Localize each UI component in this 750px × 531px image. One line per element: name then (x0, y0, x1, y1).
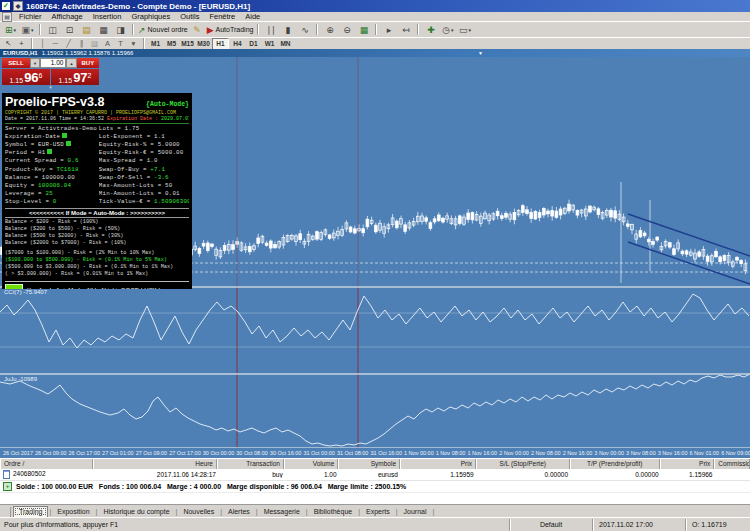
cursor-button[interactable]: ↖ (2, 39, 15, 49)
menu-affichage[interactable]: Affichage (47, 12, 88, 21)
text-button[interactable]: A (101, 39, 114, 49)
menu-fenêtre[interactable]: Fenêtre (204, 12, 240, 21)
column-header-4[interactable]: Symbole (338, 459, 400, 469)
timeframe-h1[interactable]: H1 (212, 38, 229, 50)
zoom-out-button[interactable]: ⊖ (338, 23, 355, 36)
timeframe-h4[interactable]: H4 (230, 39, 245, 49)
sell-button[interactable]: SELL (2, 58, 30, 68)
column-header-5[interactable]: Prix (400, 459, 476, 469)
menu-graphiques[interactable]: Graphiques (126, 12, 175, 21)
buy-price-small: 1.15 (59, 77, 73, 84)
tab-historique-du-compte[interactable]: Historique du compte (98, 507, 174, 517)
buy-price[interactable]: 1.15 97 2 (51, 69, 99, 85)
metaeditor-button[interactable]: ✎ (189, 23, 206, 36)
menu-fichier[interactable]: Fichier (14, 12, 47, 21)
tab-exposition[interactable]: Exposition (52, 507, 94, 517)
column-header-7[interactable]: T/P (Prendre/profit) (570, 459, 660, 469)
market-watch-button[interactable]: ◫ (44, 23, 61, 36)
column-header-2[interactable]: Transaction (217, 459, 284, 469)
templates-button[interactable]: ▭▾ (456, 23, 473, 36)
tab-trading[interactable]: Trading (13, 506, 48, 517)
volume-increase-button[interactable]: ▲ (66, 58, 76, 68)
buy-button[interactable]: BUY (77, 58, 99, 68)
timeframe-m30[interactable]: M30 (196, 39, 211, 49)
toolbar-separator (143, 38, 145, 49)
chart-shift-button[interactable]: ↤ (397, 23, 414, 36)
sell-price-big: 96 (24, 72, 38, 84)
periods-button[interactable]: ◷▾ (439, 23, 456, 36)
column-header-9[interactable]: Commission (714, 459, 750, 469)
mdi-child-icon[interactable]: ▤ (2, 12, 12, 22)
timeframe-m5[interactable]: M5 (164, 39, 179, 49)
column-header-1[interactable]: Heure (93, 459, 217, 469)
tab-experts[interactable]: Experts (361, 507, 395, 517)
ea-risk-line: Balance ($2000 to $7000) - Risk = (10%) (5, 240, 189, 247)
tab-messagerie[interactable]: Messagerie (259, 507, 305, 517)
new-chart-button[interactable]: ⊞▾ (2, 23, 19, 36)
strategy-tester-button[interactable]: ◨ (112, 23, 129, 36)
vertical-line-button[interactable]: │ (36, 39, 49, 49)
line-chart-button[interactable]: ∿ (296, 23, 313, 36)
timeframe-m15[interactable]: M15 (180, 39, 195, 49)
widget-collapse-handle[interactable]: ▾ (2, 85, 99, 90)
tab-alertes[interactable]: Alertes (223, 507, 255, 517)
zoom-in-button[interactable]: ⊕ (321, 23, 338, 36)
column-header-8[interactable]: Prix (660, 459, 714, 469)
buy-price-sup: 2 (88, 72, 92, 79)
timeframe-m1[interactable]: M1 (148, 39, 163, 49)
tile-windows-button[interactable]: ▦ (355, 23, 372, 36)
time-axis-label: 2 Nov 00:00 (499, 450, 529, 456)
open-order-row[interactable]: 2406805022017.11.06 14:28:17buy1.00eurus… (0, 469, 750, 480)
menu-insertion[interactable]: Insertion (88, 12, 127, 21)
auto-scroll-button[interactable]: ▸ (380, 23, 397, 36)
balance-plus-icon[interactable]: + (3, 482, 12, 491)
balance-summary: Solde : 100 000.00 EUR Fonds : 100 006.0… (16, 483, 406, 490)
sell-price-small: 1.15 (10, 77, 24, 84)
time-axis-label: 6 Nov 09:00 (721, 450, 750, 456)
data-window-button[interactable]: ⊡ (61, 23, 78, 36)
column-header-3[interactable]: Volume (284, 459, 338, 469)
candlestick-chart-button[interactable]: ▮ (279, 23, 296, 36)
menu-outils[interactable]: Outils (175, 12, 204, 21)
volume-decrease-button[interactable]: ▼ (30, 58, 40, 68)
volume-input[interactable]: 1.00 (40, 58, 66, 68)
equidistant-channel-icon: ∥ (80, 39, 84, 48)
timeframe-w1[interactable]: W1 (262, 39, 277, 49)
time-axis-label: 30 Oct 00:00 (203, 450, 235, 456)
chevron-down-icon: ▾ (468, 27, 471, 33)
time-axis-label: 30 Oct 08:00 (236, 450, 268, 456)
arrows-button[interactable]: ▾ (127, 39, 140, 49)
tab-biblioth-que[interactable]: Bibliothèque (309, 507, 358, 517)
timeframe-d1[interactable]: D1 (246, 39, 261, 49)
indicators-button[interactable]: ✚ (422, 23, 439, 36)
horizontal-line-button[interactable]: ─ (49, 39, 62, 49)
timeframe-mn[interactable]: MN (278, 39, 293, 49)
fibonacci-icon: ▨ (91, 39, 98, 48)
autotrading-button[interactable]: ▶AutoTrading (206, 23, 255, 36)
trendline-button[interactable]: ╱ (62, 39, 75, 49)
text-label-button[interactable]: T (114, 39, 127, 49)
time-axis-label: 3 Nov 08:00 (626, 450, 656, 456)
sell-price[interactable]: 1.15 96 6 (2, 69, 50, 85)
profiles-button[interactable]: ▣▾ (19, 23, 36, 36)
terminal-button[interactable]: ▦ (95, 23, 112, 36)
tab-journal[interactable]: Journal (399, 507, 432, 517)
chart-area[interactable]: CCI(7) -75.9407 JuJu -10989 26 Oct 20172… (0, 57, 750, 458)
menu-aide[interactable]: Aide (240, 12, 265, 21)
navigator-icon: ▤ (82, 25, 91, 35)
order-cell-4: eurusd (340, 471, 401, 478)
crosshair-button[interactable]: + (15, 39, 28, 49)
new-order-button[interactable]: ↗Nouvel ordre (137, 23, 189, 36)
ea-stat-line: Stop-Level = 0 (5, 198, 99, 206)
fibonacci-button[interactable]: ▨ (88, 39, 101, 49)
terminal-empty-area (0, 492, 750, 504)
chevron-down-icon[interactable]: ▼ (478, 50, 483, 56)
equidistant-channel-button[interactable]: ∥ (75, 39, 88, 49)
oscillator-indicator-label: JuJu -10989 (4, 376, 37, 382)
navigator-button[interactable]: ▤ (78, 23, 95, 36)
tab-nouvelles[interactable]: Nouvelles (178, 507, 219, 517)
column-header-0[interactable]: Ordre / (0, 459, 93, 469)
bar-chart-button[interactable]: ∣∣ (262, 23, 279, 36)
status-profile[interactable]: Default (509, 519, 592, 531)
column-header-6[interactable]: S/L (Stop/Perte) (476, 459, 570, 469)
